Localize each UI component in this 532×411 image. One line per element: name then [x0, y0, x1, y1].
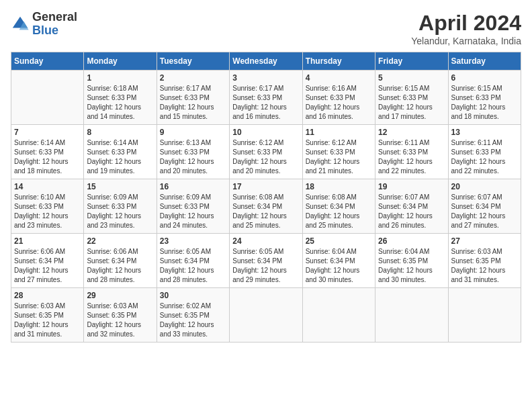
day-number: 15 [87, 182, 153, 191]
col-header-monday: Monday [84, 52, 157, 71]
week-row-4: 21Sunrise: 6:06 AM Sunset: 6:34 PM Dayli… [11, 234, 521, 288]
page-header: General Blue April 2024 Yelandur, Karnat… [11, 11, 521, 46]
day-info: Sunrise: 6:07 AM Sunset: 6:34 PM Dayligh… [378, 193, 445, 230]
day-info: Sunrise: 6:13 AM Sunset: 6:33 PM Dayligh… [160, 138, 226, 176]
calendar-body: 1Sunrise: 6:18 AM Sunset: 6:33 PM Daylig… [11, 71, 521, 342]
logo: General Blue [11, 11, 77, 38]
day-info: Sunrise: 6:04 AM Sunset: 6:34 PM Dayligh… [306, 247, 372, 285]
day-cell: 15Sunrise: 6:09 AM Sunset: 6:33 PM Dayli… [84, 179, 157, 234]
day-cell: 20Sunrise: 6:07 AM Sunset: 6:34 PM Dayli… [448, 179, 521, 234]
logo-blue: Blue [32, 24, 77, 38]
week-row-2: 7Sunrise: 6:14 AM Sunset: 6:33 PM Daylig… [11, 125, 521, 179]
day-cell: 13Sunrise: 6:11 AM Sunset: 6:33 PM Dayli… [448, 125, 521, 179]
day-info: Sunrise: 6:14 AM Sunset: 6:33 PM Dayligh… [14, 138, 81, 176]
day-cell: 8Sunrise: 6:14 AM Sunset: 6:33 PM Daylig… [84, 125, 157, 179]
day-cell: 10Sunrise: 6:12 AM Sunset: 6:33 PM Dayli… [230, 125, 302, 179]
day-number: 9 [160, 128, 226, 137]
day-cell [230, 288, 302, 342]
col-header-friday: Friday [375, 52, 448, 71]
day-info: Sunrise: 6:11 AM Sunset: 6:33 PM Dayligh… [451, 138, 518, 176]
day-number: 27 [451, 236, 518, 246]
day-info: Sunrise: 6:05 AM Sunset: 6:34 PM Dayligh… [160, 247, 226, 285]
location: Yelandur, Karnataka, India [411, 36, 521, 46]
day-number: 25 [306, 236, 372, 246]
day-info: Sunrise: 6:12 AM Sunset: 6:33 PM Dayligh… [232, 138, 299, 176]
col-header-wednesday: Wednesday [230, 52, 302, 71]
logo-icon [11, 15, 30, 34]
day-number: 18 [306, 182, 372, 191]
day-cell: 16Sunrise: 6:09 AM Sunset: 6:33 PM Dayli… [157, 179, 229, 234]
day-info: Sunrise: 6:14 AM Sunset: 6:33 PM Dayligh… [87, 138, 153, 176]
calendar-table: SundayMondayTuesdayWednesdayThursdayFrid… [11, 52, 521, 342]
day-info: Sunrise: 6:18 AM Sunset: 6:33 PM Dayligh… [87, 84, 153, 122]
day-info: Sunrise: 6:03 AM Sunset: 6:35 PM Dayligh… [14, 302, 81, 339]
day-cell: 5Sunrise: 6:15 AM Sunset: 6:33 PM Daylig… [375, 71, 448, 125]
day-cell: 9Sunrise: 6:13 AM Sunset: 6:33 PM Daylig… [157, 125, 229, 179]
day-cell: 26Sunrise: 6:04 AM Sunset: 6:35 PM Dayli… [375, 234, 448, 288]
day-number: 29 [87, 291, 153, 300]
day-number: 1 [87, 73, 153, 83]
day-number: 22 [87, 236, 153, 246]
day-cell: 22Sunrise: 6:06 AM Sunset: 6:34 PM Dayli… [84, 234, 157, 288]
col-header-thursday: Thursday [302, 52, 375, 71]
day-info: Sunrise: 6:06 AM Sunset: 6:34 PM Dayligh… [87, 247, 153, 285]
day-cell [302, 288, 375, 342]
title-block: April 2024 Yelandur, Karnataka, India [411, 11, 521, 46]
day-info: Sunrise: 6:05 AM Sunset: 6:34 PM Dayligh… [232, 247, 299, 285]
day-cell: 21Sunrise: 6:06 AM Sunset: 6:34 PM Dayli… [11, 234, 84, 288]
week-row-5: 28Sunrise: 6:03 AM Sunset: 6:35 PM Dayli… [11, 288, 521, 342]
day-info: Sunrise: 6:09 AM Sunset: 6:33 PM Dayligh… [160, 193, 226, 230]
day-cell: 11Sunrise: 6:12 AM Sunset: 6:33 PM Dayli… [302, 125, 375, 179]
day-info: Sunrise: 6:03 AM Sunset: 6:35 PM Dayligh… [87, 302, 153, 339]
week-row-1: 1Sunrise: 6:18 AM Sunset: 6:33 PM Daylig… [11, 71, 521, 125]
day-number: 6 [451, 73, 518, 83]
day-cell: 25Sunrise: 6:04 AM Sunset: 6:34 PM Dayli… [302, 234, 375, 288]
day-info: Sunrise: 6:09 AM Sunset: 6:33 PM Dayligh… [87, 193, 153, 230]
day-info: Sunrise: 6:08 AM Sunset: 6:34 PM Dayligh… [306, 193, 372, 230]
day-number: 17 [232, 182, 299, 191]
day-number: 30 [160, 291, 226, 300]
day-number: 16 [160, 182, 226, 191]
logo-general: General [32, 11, 77, 24]
day-cell: 17Sunrise: 6:08 AM Sunset: 6:34 PM Dayli… [230, 179, 302, 234]
month-title: April 2024 [411, 11, 521, 36]
week-row-3: 14Sunrise: 6:10 AM Sunset: 6:33 PM Dayli… [11, 179, 521, 234]
day-number: 11 [306, 128, 372, 137]
day-number: 20 [451, 182, 518, 191]
day-number: 13 [451, 128, 518, 137]
day-cell: 19Sunrise: 6:07 AM Sunset: 6:34 PM Dayli… [375, 179, 448, 234]
day-cell: 24Sunrise: 6:05 AM Sunset: 6:34 PM Dayli… [230, 234, 302, 288]
day-number: 23 [160, 236, 226, 246]
day-number: 8 [87, 128, 153, 137]
day-number: 10 [232, 128, 299, 137]
day-info: Sunrise: 6:02 AM Sunset: 6:35 PM Dayligh… [160, 302, 226, 339]
day-number: 26 [378, 236, 445, 246]
day-cell: 6Sunrise: 6:15 AM Sunset: 6:33 PM Daylig… [448, 71, 521, 125]
day-cell: 27Sunrise: 6:03 AM Sunset: 6:35 PM Dayli… [448, 234, 521, 288]
day-number: 5 [378, 73, 445, 83]
day-number: 24 [232, 236, 299, 246]
day-number: 4 [306, 73, 372, 83]
col-header-saturday: Saturday [448, 52, 521, 71]
day-cell: 30Sunrise: 6:02 AM Sunset: 6:35 PM Dayli… [157, 288, 229, 342]
calendar-header: SundayMondayTuesdayWednesdayThursdayFrid… [11, 52, 521, 71]
day-number: 19 [378, 182, 445, 191]
header-row: SundayMondayTuesdayWednesdayThursdayFrid… [11, 52, 521, 71]
logo-text: General Blue [32, 11, 77, 38]
day-cell: 4Sunrise: 6:16 AM Sunset: 6:33 PM Daylig… [302, 71, 375, 125]
day-cell [448, 288, 521, 342]
day-info: Sunrise: 6:15 AM Sunset: 6:33 PM Dayligh… [451, 84, 518, 122]
day-cell: 28Sunrise: 6:03 AM Sunset: 6:35 PM Dayli… [11, 288, 84, 342]
day-info: Sunrise: 6:16 AM Sunset: 6:33 PM Dayligh… [306, 84, 372, 122]
day-cell [375, 288, 448, 342]
day-cell: 1Sunrise: 6:18 AM Sunset: 6:33 PM Daylig… [84, 71, 157, 125]
day-cell: 12Sunrise: 6:11 AM Sunset: 6:33 PM Dayli… [375, 125, 448, 179]
day-cell: 23Sunrise: 6:05 AM Sunset: 6:34 PM Dayli… [157, 234, 229, 288]
day-info: Sunrise: 6:10 AM Sunset: 6:33 PM Dayligh… [14, 193, 81, 230]
day-info: Sunrise: 6:08 AM Sunset: 6:34 PM Dayligh… [232, 193, 299, 230]
day-info: Sunrise: 6:15 AM Sunset: 6:33 PM Dayligh… [378, 84, 445, 122]
day-info: Sunrise: 6:17 AM Sunset: 6:33 PM Dayligh… [160, 84, 226, 122]
day-number: 7 [14, 128, 81, 137]
day-cell: 29Sunrise: 6:03 AM Sunset: 6:35 PM Dayli… [84, 288, 157, 342]
col-header-tuesday: Tuesday [157, 52, 229, 71]
